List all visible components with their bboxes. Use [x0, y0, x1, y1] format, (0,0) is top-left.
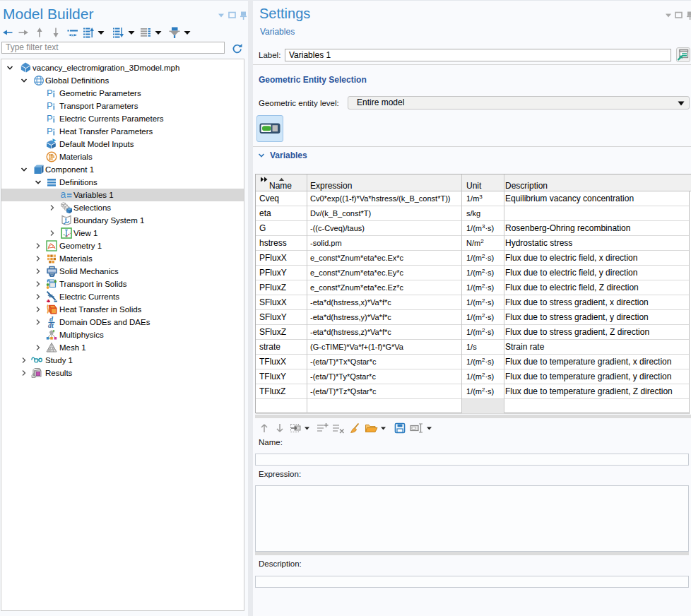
svg-text:P: P	[47, 100, 53, 111]
svg-text:dt: dt	[48, 321, 54, 328]
svg-text:a: a	[61, 189, 66, 200]
svg-text:P: P	[47, 88, 53, 98]
svg-text:P: P	[47, 126, 53, 136]
svg-text:P: P	[47, 113, 53, 124]
